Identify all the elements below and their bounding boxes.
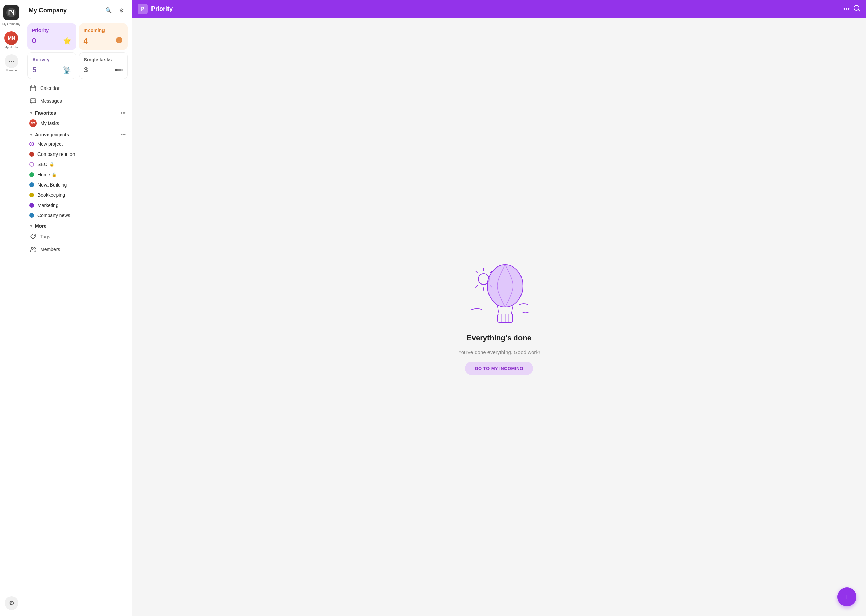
new-project-add-icon: +: [29, 141, 34, 146]
project-home[interactable]: Home 🔒: [26, 170, 129, 180]
active-projects-label: Active projects: [35, 132, 69, 137]
svg-point-15: [31, 247, 33, 250]
more-section-header: ▼ More: [26, 220, 129, 230]
favorites-label: Favorites: [35, 110, 56, 116]
project-dot-bookkeeping: [29, 193, 34, 197]
incoming-icon: ↓: [115, 36, 123, 46]
single-tasks-card-bottom: 3: [84, 66, 123, 74]
messages-label: Messages: [40, 98, 62, 104]
single-tasks-card-count: 3: [84, 66, 88, 74]
company-label: My Company: [2, 22, 20, 26]
svg-point-14: [34, 235, 35, 236]
incoming-card-label: Incoming: [84, 28, 123, 33]
active-projects-more-icon[interactable]: •••: [121, 132, 126, 137]
search-icon[interactable]: 🔍: [104, 5, 113, 15]
seo-badge: 🔒: [49, 162, 55, 167]
company-logo-item[interactable]: My Company: [1, 3, 22, 27]
avatar: MN: [5, 31, 18, 45]
favorites-header-left: ▼ Favorites: [29, 110, 56, 116]
new-project-label: New project: [38, 141, 63, 147]
favorites-section-header: ▼ Favorites •••: [26, 108, 129, 117]
activity-card[interactable]: Activity 5 📡: [27, 52, 76, 79]
icon-bar: My Company MN My Nozbe ⋯ Manage ⚙: [0, 0, 23, 616]
project-nova-building[interactable]: Nova Building: [26, 180, 129, 190]
more-label: More: [35, 223, 46, 229]
home-badge: 🔒: [52, 172, 57, 177]
project-company-reunion[interactable]: Company reunion: [26, 149, 129, 159]
manage-item[interactable]: ⋯ Manage: [3, 53, 20, 74]
svg-point-12: [33, 101, 33, 101]
members-label: Members: [40, 247, 60, 252]
main-content: P Priority •••: [132, 0, 866, 616]
svg-point-11: [31, 101, 32, 101]
svg-line-18: [858, 9, 860, 11]
nav-item-members[interactable]: Members: [26, 243, 129, 256]
svg-point-5: [121, 69, 123, 71]
my-tasks-label: My tasks: [40, 121, 59, 126]
project-seo[interactable]: SEO 🔒: [26, 159, 129, 170]
project-label-home: Home 🔒: [38, 172, 57, 177]
messages-icon: [29, 97, 37, 105]
activity-card-count: 5: [32, 66, 36, 74]
activity-card-bottom: 5 📡: [32, 66, 71, 74]
single-tasks-card-label: Single tasks: [84, 57, 123, 62]
project-label-bookkeeping: Bookkeeping: [38, 192, 65, 198]
sidebar: My Company 🔍 ⚙ Priority 0 ⭐ Incoming 4: [23, 0, 132, 616]
center-area: Everything's done You've done everything…: [132, 18, 866, 616]
settings-icon[interactable]: ⚙: [117, 5, 126, 15]
project-marketing[interactable]: Marketing: [26, 200, 129, 210]
fab-add-button[interactable]: +: [838, 588, 857, 607]
topbar: P Priority •••: [132, 0, 866, 18]
single-tasks-icon: [115, 66, 123, 74]
sidebar-header-icons: 🔍 ⚙: [104, 5, 126, 15]
calendar-icon: [29, 85, 37, 92]
manage-label: Manage: [6, 69, 17, 72]
project-label-marketing: Marketing: [38, 203, 58, 208]
svg-line-32: [511, 305, 513, 314]
activity-icon: 📡: [63, 66, 71, 74]
priority-card-bottom: 0 ⭐: [32, 36, 71, 45]
goto-incoming-button[interactable]: GO TO MY INCOMING: [465, 362, 533, 375]
topbar-dots-icon[interactable]: •••: [843, 5, 850, 13]
more-header-left: ▼ More: [29, 223, 46, 229]
topbar-search-icon[interactable]: [853, 5, 861, 14]
tags-label: Tags: [40, 234, 50, 239]
logo-svg: [6, 7, 17, 18]
project-bookkeeping[interactable]: Bookkeeping: [26, 190, 129, 200]
project-label-company-reunion: Company reunion: [38, 151, 75, 157]
balloon-illustration: [462, 259, 536, 327]
favorites-chevron: ▼: [29, 111, 33, 115]
favorites-more-icon[interactable]: •••: [121, 110, 126, 116]
nav-item-calendar[interactable]: Calendar: [26, 82, 129, 94]
nav-item-messages[interactable]: Messages: [26, 94, 129, 108]
project-company-news[interactable]: Company news: [26, 210, 129, 220]
my-tasks-avatar: MT: [29, 119, 37, 127]
incoming-card-bottom: 4 ↓: [84, 36, 123, 46]
single-tasks-card[interactable]: Single tasks 3: [79, 52, 128, 79]
new-project-item[interactable]: + New project: [26, 139, 129, 149]
favorites-my-tasks[interactable]: MT My tasks: [26, 117, 129, 129]
sidebar-header: My Company 🔍 ⚙: [23, 0, 132, 19]
company-logo: [3, 5, 19, 20]
settings-bottom-icon[interactable]: ⚙: [5, 596, 18, 610]
project-dot-company-reunion: [29, 152, 34, 157]
topbar-logo: P: [138, 4, 148, 14]
priority-card[interactable]: Priority 0 ⭐: [27, 24, 76, 50]
svg-point-16: [34, 248, 36, 250]
svg-line-31: [497, 305, 499, 314]
topbar-title: Priority: [151, 5, 840, 13]
members-icon: [29, 246, 37, 253]
project-dot-seo: [29, 162, 34, 167]
nav-item-tags[interactable]: Tags: [26, 230, 129, 243]
svg-rect-6: [30, 86, 36, 91]
tags-icon: [29, 233, 37, 240]
calendar-label: Calendar: [40, 85, 60, 91]
priority-card-label: Priority: [32, 28, 71, 33]
svg-line-26: [476, 285, 478, 287]
topbar-logo-letter: P: [141, 6, 144, 12]
cards-grid: Priority 0 ⭐ Incoming 4 ↓: [26, 24, 129, 79]
my-nozbe-item[interactable]: MN My Nozbe: [3, 30, 20, 50]
svg-point-4: [118, 69, 121, 71]
active-projects-header-left: ▼ Active projects: [29, 132, 69, 137]
incoming-card[interactable]: Incoming 4 ↓: [79, 24, 128, 50]
